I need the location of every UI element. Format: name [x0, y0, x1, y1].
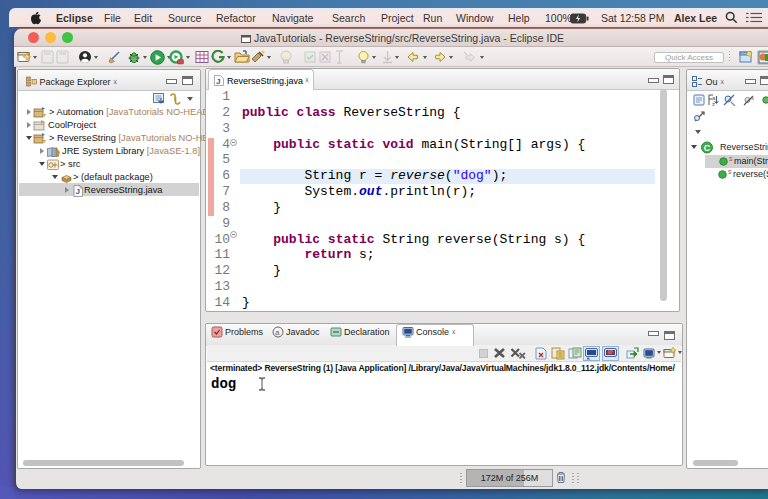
svg-text:J: J	[76, 187, 80, 196]
svg-text:s: s	[751, 95, 754, 101]
svg-text:C: C	[704, 143, 711, 153]
svg-text:a: a	[275, 328, 280, 337]
svg-text:J: J	[216, 77, 220, 86]
